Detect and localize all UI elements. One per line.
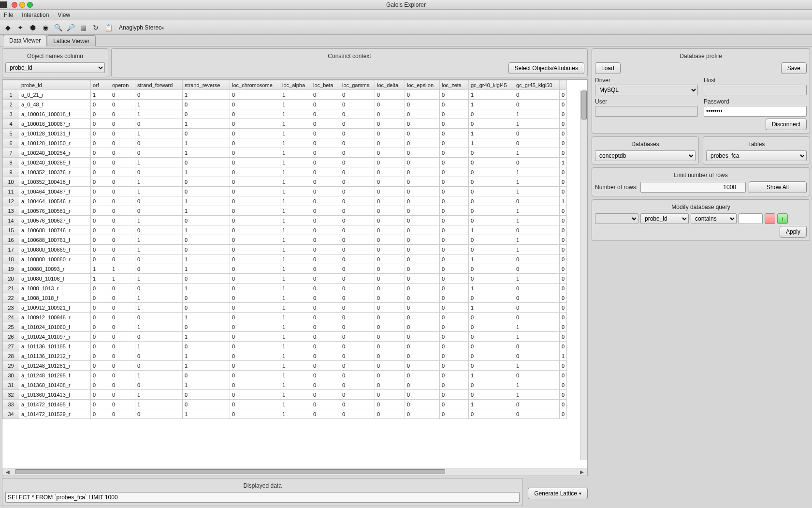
cell[interactable]: 0 [375, 361, 405, 371]
cell[interactable]: 1 [280, 361, 311, 371]
table-row[interactable]: 20a_10080_10106_f11100100000010 [3, 274, 567, 284]
cell[interactable]: 0 [110, 235, 135, 245]
cell[interactable]: a_101024_101060_f [19, 322, 91, 332]
cell[interactable]: 0 [340, 371, 375, 380]
cell[interactable]: 0 [440, 129, 469, 138]
cell[interactable]: 1 [183, 119, 230, 129]
cell[interactable]: 0 [230, 206, 280, 216]
cell[interactable]: 1 [280, 322, 311, 332]
cell[interactable]: 0 [440, 342, 469, 351]
cell[interactable]: 1 [183, 206, 230, 216]
cell[interactable]: 0 [183, 129, 230, 138]
cell[interactable]: 0 [405, 371, 440, 380]
cell[interactable]: 0 [375, 371, 405, 380]
cell[interactable]: 0 [440, 138, 469, 148]
cell[interactable]: 0 [469, 216, 514, 225]
cell[interactable]: 1 [110, 274, 135, 284]
cell[interactable]: 1 [560, 351, 567, 361]
cell[interactable]: 0 [560, 119, 567, 129]
cell[interactable]: 0 [514, 284, 560, 293]
cell[interactable]: a_100576_100627_f [19, 216, 91, 225]
tool-icon-7[interactable]: ▦ [78, 23, 88, 32]
cell[interactable]: 1 [183, 380, 230, 390]
cell[interactable]: 0 [135, 138, 183, 148]
cell[interactable]: 0 [311, 245, 340, 254]
cell[interactable]: 1 [280, 371, 311, 380]
cell[interactable]: 1 [514, 206, 560, 216]
cell[interactable]: a_100800_100869_f [19, 245, 91, 254]
cell[interactable]: 0 [135, 254, 183, 264]
cell[interactable]: 0 [340, 119, 375, 129]
cell[interactable]: 0 [311, 148, 340, 158]
cell[interactable]: 0 [375, 225, 405, 235]
zoom-icon[interactable] [27, 2, 33, 8]
cell[interactable]: 0 [469, 245, 514, 254]
cell[interactable]: 0 [135, 332, 183, 342]
cell[interactable]: 0 [375, 158, 405, 167]
cell[interactable]: 0 [340, 148, 375, 158]
vertical-scrollbar[interactable] [580, 90, 587, 460]
cell[interactable]: 0 [91, 380, 110, 390]
cell[interactable]: 0 [405, 187, 440, 196]
cell[interactable]: 0 [560, 100, 567, 109]
cell[interactable]: 0 [405, 361, 440, 371]
cell[interactable]: 0 [405, 254, 440, 264]
save-button[interactable]: Save [781, 62, 807, 74]
cell[interactable]: a_100688_100746_r [19, 225, 91, 235]
cell[interactable]: 0 [514, 371, 560, 380]
cell[interactable]: 0 [560, 148, 567, 158]
cell[interactable]: 1 [469, 400, 514, 409]
cell[interactable]: 0 [375, 177, 405, 187]
table-row[interactable]: 14a_100576_100627_f00100100000010 [3, 216, 567, 225]
cell[interactable]: 1 [469, 284, 514, 293]
cell[interactable]: 0 [440, 322, 469, 332]
cell[interactable]: 1 [280, 409, 311, 419]
cell[interactable]: 0 [183, 322, 230, 332]
password-input[interactable] [704, 106, 807, 117]
cell[interactable]: 0 [91, 361, 110, 371]
minimize-icon[interactable] [19, 2, 25, 8]
cell[interactable]: 0 [440, 206, 469, 216]
cell[interactable]: 0 [183, 187, 230, 196]
cell[interactable]: 0 [375, 254, 405, 264]
cell[interactable]: 0 [311, 380, 340, 390]
cell[interactable]: a_100912_100948_r [19, 313, 91, 322]
cell[interactable]: 0 [560, 303, 567, 313]
cell[interactable]: a_101472_101529_r [19, 409, 91, 419]
cell[interactable]: 0 [230, 284, 280, 293]
cell[interactable]: 0 [375, 196, 405, 206]
cell[interactable]: 1 [280, 332, 311, 342]
cell[interactable]: 1 [135, 274, 183, 284]
cell[interactable]: a_100800_100880_r [19, 254, 91, 264]
cell[interactable]: 1 [514, 361, 560, 371]
cell[interactable]: 0 [183, 177, 230, 187]
cell[interactable]: 0 [340, 400, 375, 409]
cell[interactable]: 0 [230, 390, 280, 400]
cell[interactable]: 1 [135, 390, 183, 400]
table-row[interactable]: 5a_100128_100131_f00100100000100 [3, 129, 567, 138]
cell[interactable]: a_100464_100546_r [19, 196, 91, 206]
cell[interactable]: 1 [183, 409, 230, 419]
cell[interactable]: 1 [183, 196, 230, 206]
cell[interactable]: 0 [440, 119, 469, 129]
cell[interactable]: a_100912_100921_f [19, 303, 91, 313]
cell[interactable]: 0 [91, 322, 110, 332]
table-row[interactable]: 24a_100912_100948_r00010100000000 [3, 313, 567, 322]
cell[interactable]: 0 [405, 206, 440, 216]
cell[interactable]: 0 [110, 322, 135, 332]
cell[interactable]: a_101248_101281_r [19, 361, 91, 371]
table-row[interactable]: 16a_100688_100761_f00100100000010 [3, 235, 567, 245]
table-row[interactable]: 1a_0_21_r10010100000100 [3, 90, 567, 100]
cell[interactable]: 0 [230, 167, 280, 177]
cell[interactable]: 0 [91, 196, 110, 206]
cell[interactable]: 0 [340, 129, 375, 138]
cell[interactable]: a_10080_10106_f [19, 274, 91, 284]
cell[interactable]: 0 [230, 409, 280, 419]
cell[interactable]: 0 [560, 390, 567, 400]
cell[interactable]: 0 [405, 138, 440, 148]
cell[interactable]: 0 [110, 138, 135, 148]
apply-button[interactable]: Apply [780, 226, 807, 238]
cell[interactable]: a_100688_100761_f [19, 235, 91, 245]
table-row[interactable]: 9a_100352_100376_r00010100000010 [3, 167, 567, 177]
tab-data-viewer[interactable]: Data Viewer [3, 35, 47, 46]
